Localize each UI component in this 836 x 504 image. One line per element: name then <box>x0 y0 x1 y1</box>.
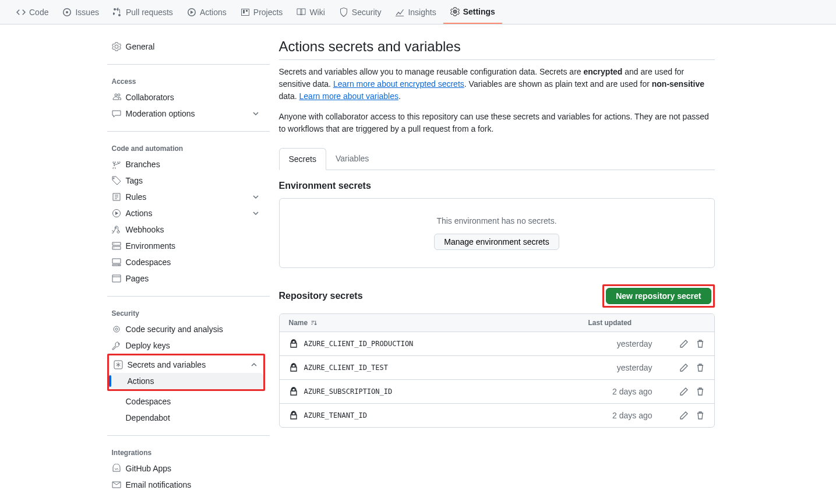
sidebar-header-integrations: Integrations <box>107 445 265 460</box>
section-env-title: Environment secrets <box>279 181 715 191</box>
sidebar-label: Moderation options <box>126 109 195 118</box>
sidebar-header-security: Security <box>107 306 265 321</box>
tab-label: Wiki <box>309 8 324 17</box>
tab-settings[interactable]: Settings <box>443 0 502 24</box>
sidebar-sub-codespaces[interactable]: Codespaces <box>107 393 265 410</box>
sidebar-item-codespaces[interactable]: Codespaces <box>107 254 265 270</box>
tab-label: Code <box>29 8 48 17</box>
tab-projects[interactable]: Projects <box>234 0 290 24</box>
sort-icon <box>310 319 318 327</box>
page-title: Actions secrets and variables <box>279 38 715 60</box>
sidebar-item-webhooks[interactable]: Webhooks <box>107 221 265 238</box>
secret-name: AZURE_SUBSCRIPTION_ID <box>304 387 393 396</box>
table-row: AZURE_SUBSCRIPTION_ID 2 days ago <box>280 379 714 403</box>
sidebar-item-rules[interactable]: Rules <box>107 189 265 205</box>
delete-icon[interactable] <box>696 363 705 372</box>
tab-label: Settings <box>463 7 495 16</box>
sidebar-item-general[interactable]: General <box>107 38 265 55</box>
sidebar-sub-dependabot[interactable]: Dependabot <box>107 410 265 426</box>
tab-variables[interactable]: Variables <box>326 148 378 170</box>
sidebar-item-secrets[interactable]: Secrets and variables <box>109 357 263 373</box>
sidebar-item-deploykeys[interactable]: Deploy keys <box>107 337 265 354</box>
tab-pullrequests[interactable]: Pull requests <box>106 0 180 24</box>
sidebar-label: Email notifications <box>126 480 192 489</box>
issue-icon <box>62 8 72 17</box>
description-2: Anyone with collaborator access to this … <box>279 111 715 135</box>
sidebar-label: Pages <box>126 274 149 283</box>
sidebar-item-actions[interactable]: Actions <box>107 205 265 221</box>
sidebar-label: Environments <box>126 241 176 251</box>
secret-updated: 2 days ago <box>588 387 658 396</box>
sidebar-item-codesecurity[interactable]: Code security and analysis <box>107 321 265 337</box>
code-icon <box>16 8 26 17</box>
sidebar-header-access: Access <box>107 74 265 89</box>
secret-updated: yesterday <box>588 339 658 348</box>
edit-icon[interactable] <box>679 363 689 372</box>
pr-icon <box>113 8 122 17</box>
highlight-new-secret: New repository secret <box>602 284 714 308</box>
sidebar-label: Codespaces <box>126 258 171 267</box>
sidebar-label: General <box>126 42 155 51</box>
sidebar-item-environments[interactable]: Environments <box>107 238 265 254</box>
sidebar-item-collaborators[interactable]: Collaborators <box>107 89 265 105</box>
tab-label: Issues <box>75 8 98 17</box>
chevron-down-icon <box>251 209 260 218</box>
sidebar-item-pages[interactable]: Pages <box>107 270 265 287</box>
project-icon <box>241 8 250 17</box>
manage-env-secrets-button[interactable]: Manage environment secrets <box>434 234 559 250</box>
graph-icon <box>395 8 404 17</box>
mail-icon <box>112 480 121 489</box>
edit-icon[interactable] <box>679 387 689 396</box>
sidebar-label: Collaborators <box>126 93 174 102</box>
edit-icon[interactable] <box>679 411 689 420</box>
link-variables[interactable]: Learn more about variables <box>299 91 398 101</box>
sidebar-item-githubapps[interactable]: GitHub Apps <box>107 460 265 477</box>
sidebar-header-code: Code and automation <box>107 141 265 156</box>
tab-security[interactable]: Security <box>332 0 389 24</box>
settings-sidebar: General Access Collaborators Moderation … <box>98 24 270 504</box>
edit-icon[interactable] <box>679 339 689 348</box>
tab-actions[interactable]: Actions <box>180 0 234 24</box>
hubot-icon <box>112 464 121 473</box>
book-icon <box>297 8 306 17</box>
table-row: AZURE_CLIENT_ID_TEST yesterday <box>280 355 714 379</box>
tab-label: Insights <box>408 8 436 17</box>
link-encrypted-secrets[interactable]: Learn more about encrypted secrets <box>333 79 464 89</box>
delete-icon[interactable] <box>696 339 705 348</box>
tab-wiki[interactable]: Wiki <box>290 0 331 24</box>
tab-insights[interactable]: Insights <box>388 0 443 24</box>
tab-label: Security <box>352 8 382 17</box>
svg-point-2 <box>114 326 119 332</box>
new-repo-secret-button[interactable]: New repository secret <box>606 288 711 304</box>
tab-code[interactable]: Code <box>9 0 55 24</box>
delete-icon[interactable] <box>696 411 705 420</box>
people-icon <box>112 93 121 102</box>
sidebar-item-tags[interactable]: Tags <box>107 172 265 189</box>
tab-label: Projects <box>253 8 283 17</box>
sidebar-label: Webhooks <box>126 225 164 234</box>
secrets-tabs: Secrets Variables <box>279 148 715 170</box>
asterisk-icon <box>114 360 123 369</box>
sidebar-item-email[interactable]: Email notifications <box>107 477 265 493</box>
key-icon <box>112 341 121 350</box>
main-content: Actions secrets and variables Secrets an… <box>270 24 724 504</box>
sidebar-item-moderation[interactable]: Moderation options <box>107 105 265 122</box>
col-name[interactable]: Name <box>289 319 588 327</box>
gear-icon <box>112 42 121 51</box>
gear-icon <box>450 7 460 16</box>
tab-issues[interactable]: Issues <box>55 0 105 24</box>
secret-updated: yesterday <box>588 363 658 372</box>
description-1: Secrets and variables allow you to manag… <box>279 66 715 103</box>
rules-icon <box>112 192 121 202</box>
delete-icon[interactable] <box>696 387 705 396</box>
sidebar-item-branches[interactable]: Branches <box>107 156 265 172</box>
env-secrets-box: This environment has no secrets. Manage … <box>279 198 715 268</box>
scan-icon <box>112 325 121 334</box>
table-row: AZURE_CLIENT_ID_PRODUCTION yesterday <box>280 332 714 355</box>
tab-secrets[interactable]: Secrets <box>279 148 326 170</box>
secret-name: AZURE_CLIENT_ID_PRODUCTION <box>304 340 414 348</box>
sidebar-label: Branches <box>126 160 160 169</box>
sidebar-sub-actions[interactable]: Actions <box>109 373 263 389</box>
secret-name: AZURE_CLIENT_ID_TEST <box>304 364 389 372</box>
lock-icon <box>289 411 298 420</box>
